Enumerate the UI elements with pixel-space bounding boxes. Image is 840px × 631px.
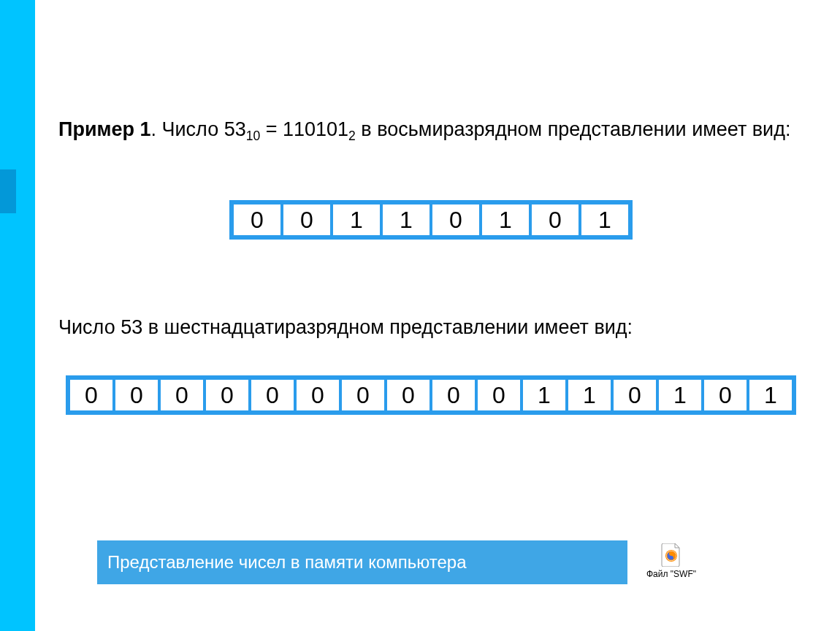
footer-bar: Представление чисел в памяти компьютера — [97, 540, 627, 584]
bit-cell: 0 — [386, 378, 431, 412]
bit-cell: 1 — [332, 203, 381, 237]
bit-cell: 1 — [481, 203, 530, 237]
bit-cell: 0 — [159, 378, 205, 412]
bit-cell: 0 — [340, 378, 386, 412]
bit-cell: 0 — [431, 378, 476, 412]
bits16-container: 0 0 0 0 0 0 0 0 0 0 1 1 0 1 0 1 — [58, 375, 803, 415]
bit-cell: 0 — [205, 378, 250, 412]
slide: Пример 1. Число 5310 = 1101012 в восьмир… — [0, 0, 840, 631]
bit-cell: 1 — [567, 378, 612, 412]
paragraph-example-1: Пример 1. Число 5310 = 1101012 в восьмир… — [58, 118, 803, 145]
bits16-table: 0 0 0 0 0 0 0 0 0 0 1 1 0 1 0 1 — [66, 375, 796, 415]
bit-cell: 0 — [431, 203, 481, 237]
bit-cell: 0 — [282, 203, 332, 237]
bit-cell: 0 — [250, 378, 295, 412]
file-label: Файл "SWF" — [627, 569, 715, 579]
file-attachment[interactable]: Файл "SWF" — [627, 540, 715, 584]
left-stripe — [0, 0, 35, 631]
bits8-container: 0 0 1 1 0 1 0 1 — [58, 200, 803, 240]
bit-cell: 0 — [69, 378, 114, 412]
bit-cell: 1 — [657, 378, 703, 412]
bit-cell: 1 — [522, 378, 567, 412]
bit-cell: 0 — [530, 203, 580, 237]
bit-cell: 0 — [476, 378, 522, 412]
bit-cell: 0 — [114, 378, 159, 412]
paragraph-16bit: Число 53 в шестнадцатиразрядном представ… — [58, 316, 803, 340]
footer-title: Представление чисел в памяти компьютера — [107, 552, 467, 573]
left-notch — [0, 169, 16, 213]
bit-cell: 0 — [703, 378, 748, 412]
swf-file-icon — [661, 543, 681, 567]
bit-cell: 0 — [612, 378, 657, 412]
bit-cell: 1 — [580, 203, 630, 237]
bit-cell: 1 — [748, 378, 793, 412]
bits8-table: 0 0 1 1 0 1 0 1 — [229, 200, 633, 240]
bit-cell: 0 — [232, 203, 282, 237]
bit-cell: 1 — [381, 203, 431, 237]
bit-cell: 0 — [295, 378, 340, 412]
content-area: Пример 1. Число 5310 = 1101012 в восьмир… — [58, 98, 803, 415]
example-label: Пример 1 — [58, 118, 151, 140]
